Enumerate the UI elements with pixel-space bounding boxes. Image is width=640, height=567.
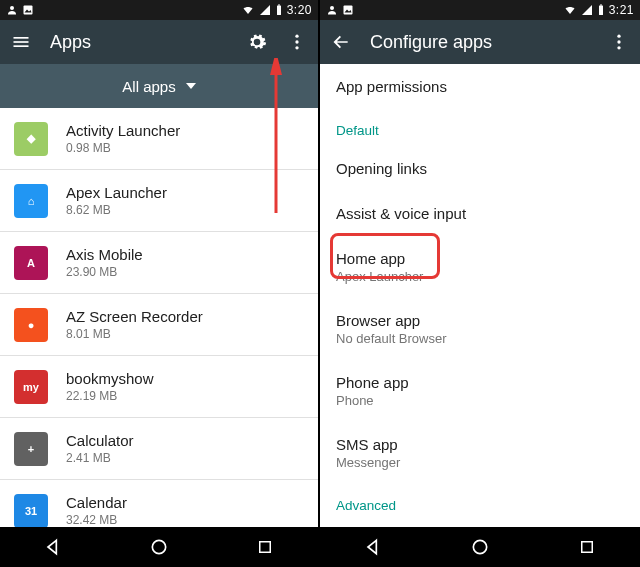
svg-point-11 (152, 540, 165, 553)
setting-row[interactable]: App permissions (320, 64, 640, 109)
app-icon: A (14, 246, 48, 280)
app-bar: Apps (0, 20, 318, 64)
setting-row[interactable]: Home appApex Launcher (320, 236, 640, 298)
home-icon[interactable] (469, 536, 491, 558)
app-icon: 31 (14, 494, 48, 528)
recents-icon[interactable] (254, 536, 276, 558)
svg-rect-12 (260, 542, 271, 553)
contact-icon (6, 4, 18, 16)
clock: 3:21 (609, 3, 634, 17)
app-name: Axis Mobile (66, 246, 143, 263)
svg-rect-14 (344, 6, 353, 15)
svg-rect-4 (278, 5, 280, 6)
svg-point-19 (617, 40, 620, 43)
back-icon[interactable] (362, 536, 384, 558)
setting-row[interactable]: Special access (320, 521, 640, 527)
app-name: bookmyshow (66, 370, 154, 387)
app-row[interactable]: AAxis Mobile23.90 MB (0, 232, 318, 294)
setting-sublabel: No default Browser (336, 331, 624, 346)
setting-row[interactable]: SMS appMessenger (320, 422, 640, 484)
app-row[interactable]: +Calculator2.41 MB (0, 418, 318, 480)
svg-point-9 (295, 40, 298, 43)
setting-row[interactable]: Browser appNo default Browser (320, 298, 640, 360)
battery-icon (597, 4, 605, 16)
back-icon[interactable] (42, 536, 64, 558)
svg-point-13 (330, 6, 334, 10)
app-size: 2.41 MB (66, 451, 134, 465)
svg-point-0 (10, 6, 14, 10)
app-list[interactable]: ◆Activity Launcher0.98 MB⌂Apex Launcher8… (0, 108, 318, 527)
picture-icon (22, 4, 34, 16)
svg-point-21 (473, 540, 486, 553)
svg-point-18 (617, 35, 620, 38)
svg-point-10 (295, 46, 298, 49)
setting-row[interactable]: Assist & voice input (320, 191, 640, 236)
setting-sublabel: Messenger (336, 455, 624, 470)
app-icon: ◆ (14, 122, 48, 156)
hamburger-icon[interactable] (10, 31, 32, 53)
signal-icon (581, 4, 593, 16)
setting-label: Browser app (336, 312, 624, 329)
app-name: Activity Launcher (66, 122, 180, 139)
clock: 3:20 (287, 3, 312, 17)
app-name: Calendar (66, 494, 127, 511)
app-size: 8.01 MB (66, 327, 203, 341)
svg-rect-7 (14, 45, 29, 47)
app-icon: my (14, 370, 48, 404)
app-size: 22.19 MB (66, 389, 154, 403)
setting-label: Home app (336, 250, 624, 267)
nav-bar (320, 527, 640, 567)
app-name: Calculator (66, 432, 134, 449)
setting-row[interactable]: Phone appPhone (320, 360, 640, 422)
app-icon: ⌂ (14, 184, 48, 218)
settings-list[interactable]: App permissionsDefaultOpening linksAssis… (320, 64, 640, 527)
setting-sublabel: Phone (336, 393, 624, 408)
svg-rect-1 (24, 6, 33, 15)
svg-rect-3 (277, 6, 281, 16)
app-icon: + (14, 432, 48, 466)
setting-row[interactable]: Opening links (320, 146, 640, 191)
signal-icon (259, 4, 271, 16)
recents-icon[interactable] (576, 536, 598, 558)
setting-sublabel: Apex Launcher (336, 269, 624, 284)
setting-label: Phone app (336, 374, 624, 391)
svg-rect-17 (600, 5, 602, 6)
app-name: Apex Launcher (66, 184, 167, 201)
battery-icon (275, 4, 283, 16)
filter-label: All apps (122, 78, 175, 95)
setting-label: SMS app (336, 436, 624, 453)
setting-label: Assist & voice input (336, 205, 624, 222)
back-arrow-icon[interactable] (330, 31, 352, 53)
setting-label: Opening links (336, 160, 624, 177)
status-bar: 3:20 (0, 0, 318, 20)
wifi-icon (241, 4, 255, 16)
section-header: Default (320, 109, 640, 146)
page-title: Apps (50, 32, 228, 53)
app-size: 23.90 MB (66, 265, 143, 279)
nav-bar (0, 527, 318, 567)
section-header: Advanced (320, 484, 640, 521)
svg-point-8 (295, 35, 298, 38)
app-size: 0.98 MB (66, 141, 180, 155)
app-row[interactable]: ●AZ Screen Recorder8.01 MB (0, 294, 318, 356)
app-bar: Configure apps (320, 20, 640, 64)
svg-rect-5 (14, 37, 29, 39)
overflow-icon[interactable] (286, 31, 308, 53)
home-icon[interactable] (148, 536, 170, 558)
wifi-icon (563, 4, 577, 16)
contact-icon (326, 4, 338, 16)
chevron-down-icon (186, 83, 196, 89)
app-row[interactable]: ⌂Apex Launcher8.62 MB (0, 170, 318, 232)
filter-dropdown[interactable]: All apps (0, 64, 318, 108)
configure-apps-screen: 3:21 Configure apps App permissionsDefau… (320, 0, 640, 567)
page-title: Configure apps (370, 32, 590, 53)
app-icon: ● (14, 308, 48, 342)
setting-label: App permissions (336, 78, 624, 95)
app-name: AZ Screen Recorder (66, 308, 203, 325)
app-row[interactable]: mybookmyshow22.19 MB (0, 356, 318, 418)
app-row[interactable]: 31Calendar32.42 MB (0, 480, 318, 527)
overflow-icon[interactable] (608, 31, 630, 53)
svg-rect-22 (581, 542, 592, 553)
gear-icon[interactable] (246, 31, 268, 53)
app-row[interactable]: ◆Activity Launcher0.98 MB (0, 108, 318, 170)
